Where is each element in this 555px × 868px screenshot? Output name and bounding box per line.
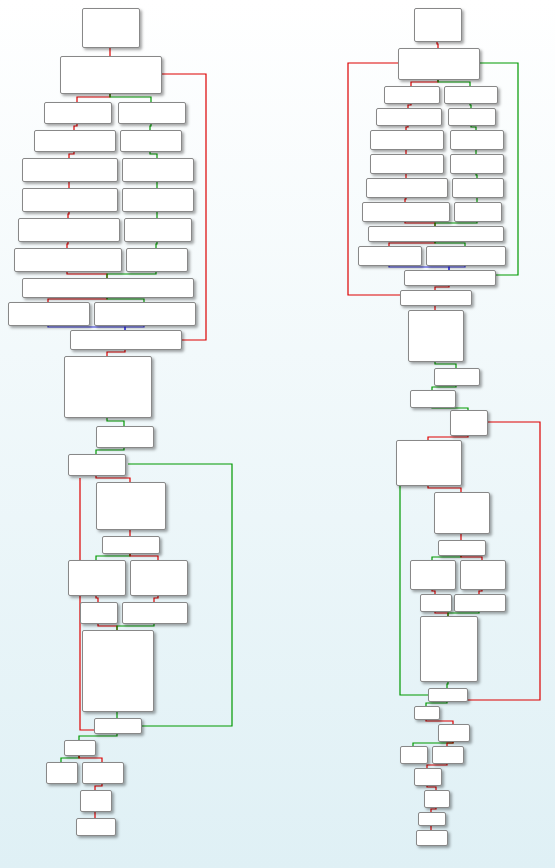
- node-R26a: [400, 746, 428, 764]
- node-layer: [0, 0, 555, 868]
- node-L2: [60, 56, 162, 94]
- node-L3a: [44, 102, 112, 124]
- node-L7b: [124, 218, 192, 242]
- node-R4b: [448, 108, 496, 126]
- node-L13: [96, 426, 154, 448]
- node-L16: [102, 536, 160, 554]
- node-R20a: [410, 560, 456, 590]
- node-L8a: [14, 248, 122, 272]
- node-R23: [428, 688, 468, 702]
- node-R10a: [358, 246, 422, 266]
- node-R26b: [432, 746, 464, 764]
- node-R3a: [384, 86, 440, 104]
- node-L24: [76, 818, 116, 836]
- node-L7a: [18, 218, 120, 242]
- node-R9: [368, 226, 504, 242]
- node-R17: [396, 440, 462, 486]
- node-R6b: [450, 154, 504, 174]
- node-R7a: [366, 178, 448, 198]
- node-L15: [96, 482, 166, 530]
- node-R15: [410, 390, 456, 408]
- node-R5a: [370, 130, 444, 150]
- node-R5b: [450, 130, 504, 150]
- node-L22a: [46, 762, 78, 784]
- node-R12: [400, 290, 472, 306]
- node-R19: [438, 540, 486, 556]
- node-L11: [70, 330, 182, 350]
- node-R10b: [426, 246, 506, 266]
- node-L19: [82, 630, 154, 712]
- node-R25: [438, 724, 470, 742]
- node-L1: [82, 8, 140, 48]
- node-L21: [64, 740, 96, 756]
- node-L4b: [120, 130, 182, 152]
- node-L3b: [118, 102, 186, 124]
- node-L10b: [94, 302, 196, 326]
- node-R18: [434, 492, 490, 534]
- node-R1: [414, 8, 462, 42]
- node-R16: [450, 410, 488, 436]
- node-L22b: [82, 762, 124, 784]
- node-R24: [414, 706, 440, 720]
- node-L12: [64, 356, 152, 418]
- node-L20: [94, 718, 142, 734]
- node-R6a: [370, 154, 444, 174]
- node-R20b: [460, 560, 506, 590]
- node-L4a: [34, 130, 116, 152]
- node-R21b: [454, 594, 506, 612]
- node-R7b: [452, 178, 504, 198]
- node-R30: [416, 830, 448, 846]
- node-R22: [420, 616, 478, 682]
- node-R4a: [376, 108, 442, 126]
- node-R21a: [420, 594, 452, 612]
- node-L17b: [130, 560, 188, 596]
- node-R3b: [444, 86, 498, 104]
- node-R8a: [362, 202, 450, 222]
- node-R11: [404, 270, 496, 286]
- node-R2: [398, 48, 480, 80]
- node-R14: [434, 368, 480, 386]
- node-R28: [424, 790, 450, 808]
- node-L23: [80, 790, 112, 812]
- node-R27: [414, 768, 442, 786]
- node-R8b: [454, 202, 502, 222]
- node-L18b: [122, 602, 188, 624]
- node-L10a: [8, 302, 90, 326]
- node-L5a: [22, 158, 118, 182]
- node-R13: [408, 310, 464, 362]
- node-L6a: [22, 188, 118, 212]
- node-L6b: [122, 188, 194, 212]
- node-L9: [22, 278, 194, 298]
- node-R29: [418, 812, 446, 826]
- node-L5b: [122, 158, 194, 182]
- node-L18a: [80, 602, 118, 624]
- node-L17a: [68, 560, 126, 596]
- node-L8b: [126, 248, 188, 272]
- node-L14: [68, 454, 126, 476]
